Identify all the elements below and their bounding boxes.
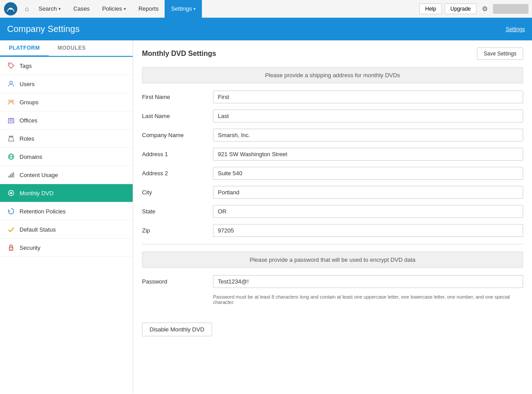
tab-modules[interactable]: MODULES [49, 40, 95, 57]
company-name-row: Company Name [142, 129, 523, 142]
last-name-label: Last Name [142, 113, 213, 119]
nav-cases[interactable]: Cases [67, 0, 96, 18]
password-input[interactable] [213, 275, 523, 288]
sidebar-item-tags-label: Tags [20, 63, 32, 69]
sidebar-item-content-usage[interactable]: Content Usage [0, 166, 133, 184]
sidebar-menu: Tags Users [0, 57, 133, 257]
sidebar-item-retention-policies[interactable]: Retention Policies [0, 202, 133, 221]
nav-policies[interactable]: Policies ▾ [96, 0, 132, 18]
sidebar-item-default-status-label: Default Status [20, 226, 56, 233]
home-button[interactable]: ⌂ [21, 5, 32, 12]
address1-input[interactable] [213, 148, 523, 161]
svg-rect-9 [12, 119, 12, 120]
svg-point-21 [11, 248, 12, 249]
section-divider [142, 244, 523, 244]
search-arrow-icon: ▾ [59, 7, 61, 11]
shipping-info-banner: Please provide a shipping address for mo… [142, 67, 523, 83]
svg-rect-5 [8, 118, 14, 123]
address2-row: Address 2 [142, 167, 523, 180]
settings-arrow-icon: ▾ [193, 7, 196, 11]
tags-icon [7, 62, 15, 70]
last-name-input[interactable] [213, 110, 523, 122]
svg-rect-7 [12, 120, 12, 122]
sidebar-item-domains[interactable]: Domains [0, 148, 133, 166]
password-hint: Password must be at least 8 characters l… [213, 294, 523, 305]
gear-button[interactable]: ⚙ [479, 5, 490, 13]
svg-rect-14 [10, 174, 12, 177]
content-header: Monthly DVD Settings Save Settings [142, 47, 523, 60]
nav-items: Search ▾ Cases Policies ▾ Reports Settin… [32, 0, 202, 18]
svg-rect-8 [10, 119, 11, 120]
first-name-input[interactable] [213, 91, 523, 103]
main-layout: PLATFORM MODULES Tags [0, 40, 532, 394]
sidebar-item-users[interactable]: Users [0, 75, 133, 93]
zip-input[interactable] [213, 224, 523, 237]
svg-point-1 [9, 64, 10, 65]
sidebar-item-roles-label: Roles [20, 135, 34, 142]
address2-input[interactable] [213, 167, 523, 180]
domains-icon [7, 153, 15, 161]
svg-point-2 [10, 81, 12, 84]
sidebar-item-users-label: Users [20, 81, 35, 87]
address1-row: Address 1 [142, 148, 523, 161]
upgrade-button[interactable]: Upgrade [445, 4, 477, 14]
monthly-dvd-icon [7, 189, 15, 197]
default-status-icon [7, 225, 15, 233]
top-nav-right: Help Upgrade ⚙ [419, 4, 528, 14]
first-name-row: First Name [142, 91, 523, 103]
page-title: Company Settings [7, 24, 79, 34]
sidebar: PLATFORM MODULES Tags [0, 40, 133, 394]
city-row: City [142, 186, 523, 199]
sidebar-item-monthly-dvd-label: Monthly DVD [20, 190, 54, 197]
app-logo[interactable] [4, 2, 18, 16]
address1-label: Address 1 [142, 151, 213, 158]
city-input[interactable] [213, 186, 523, 199]
sidebar-item-security[interactable]: Security [0, 239, 133, 257]
last-name-row: Last Name [142, 110, 523, 122]
content-title: Monthly DVD Settings [142, 50, 216, 58]
roles-icon [7, 134, 15, 142]
save-settings-button[interactable]: Save Settings [477, 47, 523, 60]
company-name-label: Company Name [142, 132, 213, 138]
password-row: Password [142, 275, 523, 288]
sidebar-item-default-status[interactable]: Default Status [0, 221, 133, 239]
nav-reports[interactable]: Reports [132, 0, 165, 18]
address2-label: Address 2 [142, 170, 213, 177]
settings-breadcrumb-link[interactable]: Settings [506, 26, 525, 32]
sidebar-item-groups[interactable]: Groups [0, 93, 133, 111]
disable-monthly-dvd-button[interactable]: Disable Monthly DVD [142, 323, 212, 336]
sidebar-item-domains-label: Domains [20, 154, 42, 160]
svg-rect-15 [12, 173, 13, 177]
security-icon [7, 244, 15, 252]
help-button[interactable]: Help [419, 4, 442, 14]
sidebar-item-content-usage-label: Content Usage [20, 172, 58, 178]
state-input[interactable] [213, 205, 523, 218]
offices-icon [7, 116, 15, 124]
company-name-input[interactable] [213, 129, 523, 142]
sidebar-item-groups-label: Groups [20, 99, 39, 106]
zip-row: Zip [142, 224, 523, 237]
sidebar-item-offices-label: Offices [20, 117, 37, 124]
city-label: City [142, 189, 213, 196]
groups-icon [7, 98, 15, 106]
zip-label: Zip [142, 227, 213, 234]
sidebar-item-security-label: Security [20, 244, 40, 251]
tab-platform[interactable]: PLATFORM [0, 40, 49, 57]
nav-search[interactable]: Search ▾ [32, 0, 67, 18]
sidebar-item-retention-policies-label: Retention Policies [20, 208, 66, 215]
content-area: Monthly DVD Settings Save Settings Pleas… [133, 40, 532, 394]
nav-settings[interactable]: Settings ▾ [165, 0, 202, 18]
sidebar-item-roles[interactable]: Roles [0, 130, 133, 148]
sidebar-item-offices[interactable]: Offices [0, 111, 133, 130]
password-label: Password [142, 278, 213, 285]
sidebar-item-tags[interactable]: Tags [0, 57, 133, 75]
sidebar-item-monthly-dvd[interactable]: Monthly DVD [0, 184, 133, 202]
company-header: Company Settings Settings [0, 18, 532, 40]
state-row: State [142, 205, 523, 218]
user-menu[interactable] [493, 4, 528, 14]
policies-arrow-icon: ▾ [124, 7, 126, 11]
state-label: State [142, 208, 213, 215]
sidebar-tabs: PLATFORM MODULES [0, 40, 133, 57]
first-name-label: First Name [142, 94, 213, 100]
content-usage-icon [7, 171, 15, 179]
